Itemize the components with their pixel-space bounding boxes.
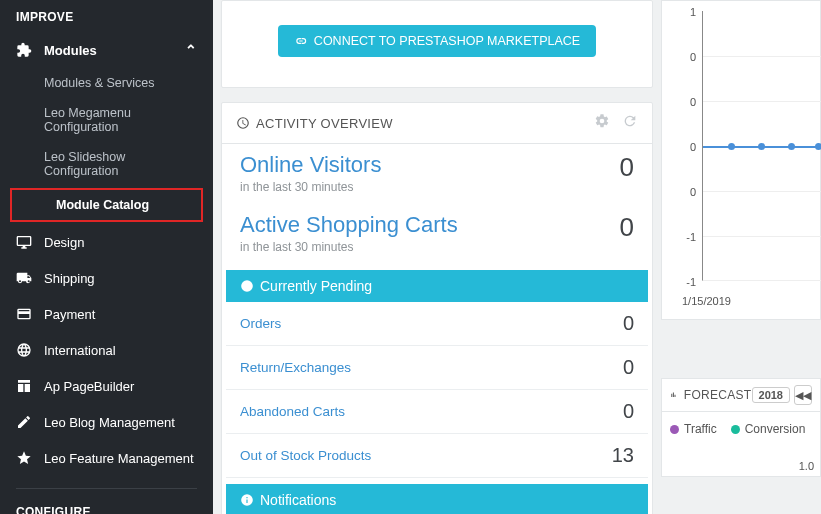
refresh-icon[interactable] [622,113,638,129]
legend-conversion: Conversion [731,422,806,436]
card-icon [16,306,32,322]
truck-icon [16,270,32,286]
nav-modules-label: Modules [44,43,97,58]
panel-actions [586,113,638,133]
nav-blog-label: Leo Blog Management [44,415,175,430]
nav-international-label: International [44,343,116,358]
swatch-teal [731,425,740,434]
pending-row-abandoned: Abandoned Carts0 [226,390,648,434]
pending-row-stock: Out of Stock Products13 [226,434,648,478]
data-point [788,143,795,150]
data-point [815,143,821,150]
stat-visitors: Online Visitors in the last 30 minutes 0 [222,144,652,204]
swatch-purple [670,425,679,434]
connect-marketplace-button[interactable]: CONNECT TO PRESTASHOP MARKETPLACE [278,25,596,57]
abandoned-count: 0 [623,400,634,423]
star-icon [16,450,32,466]
stock-count: 13 [612,444,634,467]
link-icon [294,34,308,48]
legend-traffic: Traffic [670,422,717,436]
visitors-link[interactable]: Online Visitors [240,152,381,178]
pending-row-orders: Orders0 [226,302,648,346]
y-ticks: 1 0 0 0 0 -1 -1 [672,11,696,281]
y-tick: 0 [672,141,696,153]
data-point [728,143,735,150]
y-tick: -1 [672,276,696,288]
axis-num: 1.0 [799,460,814,472]
forecast-legend: Traffic Conversion [662,412,820,446]
chart-card: 1 0 0 0 0 -1 -1 1/15/2019 [661,0,821,320]
notifications-bar: Notifications [226,484,648,514]
pending-row-returns: Return/Exchanges0 [226,346,648,390]
gear-icon[interactable] [594,113,610,129]
bars-icon [670,388,678,402]
carts-value: 0 [620,212,634,243]
main-content: CONNECT TO PRESTASHOP MARKETPLACE ACTIVI… [213,0,661,514]
connect-btn-label: CONNECT TO PRESTASHOP MARKETPLACE [314,34,580,48]
monitor-icon [16,234,32,250]
y-tick: -1 [672,231,696,243]
nav-pagebuilder[interactable]: Ap PageBuilder [0,368,213,404]
activity-title: ACTIVITY OVERVIEW [256,116,586,131]
info-icon [240,493,254,507]
nav-pagebuilder-label: Ap PageBuilder [44,379,134,394]
nav-feature[interactable]: Leo Feature Management [0,440,213,476]
nav-blog[interactable]: Leo Blog Management [0,404,213,440]
sub-leo-slideshow[interactable]: Leo Slideshow Configuration [0,142,213,186]
chart-plot [702,11,821,281]
globe-icon [16,342,32,358]
forecast-title: FORECAST [684,388,752,402]
forecast-card: FORECAST 2018 ◀◀ Traffic Conversion 1.0 [661,378,821,477]
nav-payment[interactable]: Payment [0,296,213,332]
puzzle-icon [16,42,32,58]
y-tick: 1 [672,6,696,18]
connect-card: CONNECT TO PRESTASHOP MARKETPLACE [221,0,653,88]
nav-design-label: Design [44,235,84,250]
orders-link[interactable]: Orders [240,316,281,331]
carts-sub: in the last 30 minutes [240,240,458,254]
abandoned-link[interactable]: Abandoned Carts [240,404,345,419]
returns-link[interactable]: Return/Exchanges [240,360,351,375]
returns-count: 0 [623,356,634,379]
activity-card: ACTIVITY OVERVIEW Online Visitors in the… [221,102,653,514]
pencil-icon [16,414,32,430]
prev-button[interactable]: ◀◀ [794,385,812,405]
pending-bar: Currently Pending [226,270,648,302]
stat-carts: Active Shopping Carts in the last 30 min… [222,204,652,264]
stock-link[interactable]: Out of Stock Products [240,448,371,463]
y-tick: 0 [672,51,696,63]
year-button[interactable]: 2018 [752,387,790,403]
pending-title: Currently Pending [260,278,372,294]
highlight-box: Module Catalog [10,188,203,222]
right-column: 1 0 0 0 0 -1 -1 1/15/2019 FORECAST 2018 [661,0,821,514]
sub-module-catalog[interactable]: Module Catalog [12,190,201,220]
visitors-value: 0 [620,152,634,183]
nav-international[interactable]: International [0,332,213,368]
sub-modules-services[interactable]: Modules & Services [0,68,213,98]
layout-icon [16,378,32,394]
visitors-sub: in the last 30 minutes [240,180,381,194]
data-point [758,143,765,150]
orders-count: 0 [623,312,634,335]
divider [16,488,197,489]
nav-payment-label: Payment [44,307,95,322]
nav-modules[interactable]: Modules ⌃ [0,32,213,68]
sidebar: IMPROVE Modules ⌃ Modules & Services Leo… [0,0,213,514]
notifications-title: Notifications [260,492,336,508]
nav-shipping-label: Shipping [44,271,95,286]
section-configure: CONFIGURE [0,495,213,514]
carts-link[interactable]: Active Shopping Carts [240,212,458,238]
sub-leo-megamenu[interactable]: Leo Megamenu Configuration [0,98,213,142]
activity-header: ACTIVITY OVERVIEW [222,103,652,144]
nav-shipping[interactable]: Shipping [0,260,213,296]
clock-icon [236,116,250,130]
forecast-header: FORECAST 2018 ◀◀ [662,379,820,412]
pending-list: Orders0 Return/Exchanges0 Abandoned Cart… [222,302,652,478]
y-tick: 0 [672,96,696,108]
y-tick: 0 [672,186,696,198]
x-label: 1/15/2019 [682,295,731,307]
clock-icon [240,279,254,293]
section-improve: IMPROVE [0,0,213,32]
nav-design[interactable]: Design [0,224,213,260]
nav-feature-label: Leo Feature Management [44,451,194,466]
